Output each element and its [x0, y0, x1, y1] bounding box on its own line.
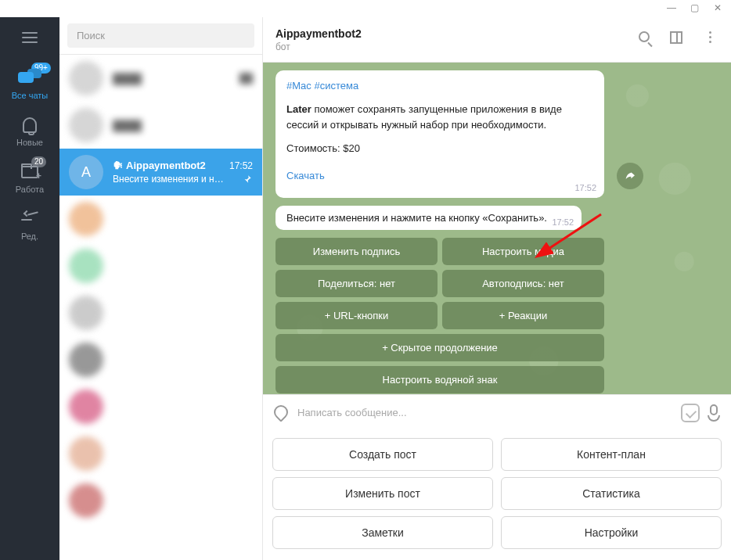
kb-hidden-continuation[interactable]: + Скрытое продолжение [275, 334, 604, 361]
hashtag-link[interactable]: #Mac [286, 80, 311, 92]
window-controls: — ▢ ✕ [667, 0, 731, 14]
kb-edit-caption[interactable]: Изменить подпись [275, 238, 438, 265]
rk-notes[interactable]: Заметки [272, 516, 493, 549]
chat-row-blurred[interactable]: ██████ [59, 55, 262, 102]
main-panel: Aippaymentbot2 бот #Mac #система Later п… [263, 17, 731, 560]
rk-create-post[interactable]: Создать пост [272, 438, 493, 471]
cost-value: $20 [343, 142, 360, 154]
inline-keyboard: Изменить подпись Настроить медиа Поделит… [275, 238, 604, 394]
folder-plus-icon [21, 166, 38, 178]
paperclip-icon [271, 402, 290, 422]
rail-label: Все чаты [0, 91, 59, 100]
kb-reactions[interactable]: + Реакции [442, 302, 604, 329]
rail-label: Работа [0, 185, 59, 194]
chat-row-blurred[interactable] [59, 336, 262, 383]
bell-icon [23, 117, 37, 133]
header-more-button[interactable] [701, 31, 718, 48]
search-wrap [59, 17, 262, 55]
chat-preview: Внесите изменения и н… [113, 174, 237, 185]
attach-button[interactable] [274, 405, 290, 421]
chat-bubbles-icon [18, 69, 41, 88]
rail-edit[interactable]: Ред. [0, 202, 59, 249]
kb-watermark[interactable]: Настроить водяной знак [275, 366, 604, 393]
chat-row-blurred[interactable] [59, 289, 262, 336]
message-text: поможет сохранять запущенные приложения … [286, 103, 562, 131]
compose-bar [263, 394, 731, 430]
kb-url-buttons[interactable]: + URL-кнопки [275, 302, 438, 329]
message-input[interactable] [297, 407, 673, 418]
message-strong: Later [286, 103, 311, 115]
kb-autosign[interactable]: Автоподпись: нет [442, 270, 604, 297]
chat-row-selected[interactable]: A 🗣Aippaymentbot2 17:52 Внесите изменени… [59, 149, 262, 196]
system-message-time: 17:52 [552, 217, 574, 227]
kb-share[interactable]: Поделиться: нет [275, 270, 438, 297]
window-maximize-button[interactable]: ▢ [690, 3, 700, 13]
rk-statistics[interactable]: Статистика [501, 477, 722, 510]
more-vertical-icon [701, 31, 718, 43]
reply-keyboard: Создать пост Контент-план Изменить пост … [263, 430, 731, 560]
chat-row-blurred[interactable] [59, 430, 262, 477]
search-icon [639, 31, 650, 42]
chat-name: Aippaymentbot2 [126, 160, 206, 171]
header-sidepanel-button[interactable] [670, 31, 687, 48]
kb-configure-media[interactable]: Настроить медиа [442, 238, 604, 265]
rk-settings[interactable]: Настройки [501, 516, 722, 549]
chat-row-blurred[interactable] [59, 477, 262, 524]
pin-icon [242, 174, 253, 185]
rk-content-plan[interactable]: Контент-план [501, 438, 722, 471]
search-input[interactable] [67, 23, 254, 48]
rail-new[interactable]: Новые [0, 108, 59, 155]
window-minimize-button[interactable]: — [667, 3, 676, 13]
bot-commands-button[interactable] [681, 404, 700, 422]
chat-list-panel: ██████ ████ A 🗣Aippaymentbot2 17:52 Внес… [59, 17, 263, 560]
microphone-icon [710, 404, 718, 415]
message-time: 17:52 [574, 181, 596, 195]
header-search-button[interactable] [639, 31, 656, 48]
chat-body[interactable]: #Mac #система Later поможет сохранять за… [263, 63, 731, 394]
sidepanel-icon [670, 31, 682, 44]
menu-button[interactable] [14, 22, 45, 53]
hamburger-icon [22, 32, 38, 43]
rail-label: Новые [0, 138, 59, 147]
chat-row-blurred[interactable] [59, 242, 262, 289]
rk-edit-post[interactable]: Изменить пост [272, 477, 493, 510]
message-bubble[interactable]: #Mac #система Later поможет сохранять за… [275, 70, 604, 198]
forward-button[interactable] [617, 163, 643, 189]
edit-icon [21, 213, 38, 225]
avatar: A [69, 155, 103, 189]
chat-subtitle: бот [275, 41, 625, 52]
cost-label: Стоимость: [286, 142, 343, 154]
sidebar-rail: 99+ Все чаты Новые 20 Работа Ред. [0, 17, 59, 560]
chat-title: Aippaymentbot2 [275, 27, 625, 40]
system-message-text: Внесите изменения и нажмите на кнопку «С… [286, 212, 547, 224]
download-link[interactable]: Скачать [286, 168, 325, 184]
voice-message-button[interactable] [708, 404, 720, 422]
chat-row-blurred[interactable] [59, 196, 262, 242]
rail-all-chats[interactable]: 99+ Все чаты [0, 61, 59, 108]
rail-label: Ред. [0, 232, 59, 241]
hashtag-link[interactable]: #система [314, 80, 358, 92]
bot-icon: 🗣 [113, 160, 123, 171]
chat-time: 17:52 [229, 160, 253, 171]
chat-row-blurred[interactable]: ████ [59, 102, 262, 149]
rail-work[interactable]: 20 Работа [0, 155, 59, 202]
system-message: Внесите изменения и нажмите на кнопку «С… [275, 206, 582, 230]
window-close-button[interactable]: ✕ [714, 3, 723, 13]
forward-icon [624, 170, 636, 182]
chat-row-blurred[interactable] [59, 383, 262, 430]
chat-header: Aippaymentbot2 бот [263, 17, 731, 63]
